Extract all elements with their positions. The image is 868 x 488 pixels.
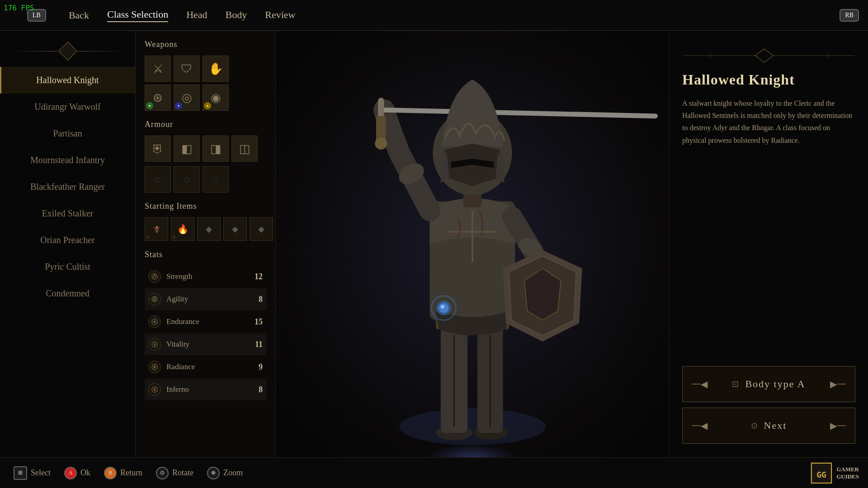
tab-body[interactable]: Body bbox=[226, 9, 247, 22]
vitality-value: 11 bbox=[255, 340, 263, 349]
gamer-guides-icon: GG bbox=[810, 462, 833, 484]
bottom-bar: ⊞ Select A Ok B Return ⊙ Rotate ⊕ Zoom G… bbox=[0, 457, 868, 488]
gloves-icon: ◨ bbox=[210, 142, 222, 156]
weapon-slot-2[interactable]: 🛡 bbox=[174, 56, 200, 82]
item3-icon: ◆ bbox=[206, 224, 212, 234]
class-item-udirangr-warwolf[interactable]: Udirangr Warwolf bbox=[0, 94, 135, 120]
class-item-pyric-cultist[interactable]: Pyric Cultist bbox=[0, 253, 135, 280]
weapon-slot-4[interactable]: ⊛ ● bbox=[145, 84, 171, 111]
rotate-button-icon: ⊙ bbox=[156, 467, 169, 479]
starting-item-1[interactable]: 🗡 3 bbox=[145, 217, 168, 241]
stat-row-strength: Strength 12 bbox=[145, 266, 266, 287]
badge-green: ● bbox=[146, 102, 153, 109]
weapon-slot-3[interactable]: ✋ bbox=[203, 56, 229, 82]
next-arrow-left: ◀ bbox=[701, 420, 708, 431]
weapon-slot-5[interactable]: ◎ ● bbox=[174, 84, 200, 111]
weapon-slot-6[interactable]: ◉ ● bbox=[203, 84, 229, 111]
body-type-arrow-left: ◀ bbox=[701, 379, 708, 389]
starting-item-2[interactable]: 🔥 3 bbox=[171, 217, 194, 241]
agility-icon bbox=[148, 293, 161, 305]
starting-items-section-title: Starting Items bbox=[145, 202, 266, 211]
tab-head[interactable]: Head bbox=[186, 9, 207, 22]
equipment-stats-panel: Weapons ⚔ 🛡 ✋ ⊛ ● ◎ ● ◉ ● Armour bbox=[136, 31, 276, 457]
radiance-icon bbox=[148, 361, 161, 373]
body-type-button[interactable]: ◀ ⊡ Body type A ▶ bbox=[682, 366, 855, 402]
agility-label: Agility bbox=[166, 295, 259, 304]
armour-slot-7[interactable]: ○ bbox=[203, 166, 229, 192]
class-item-partisan[interactable]: Partisan bbox=[0, 120, 135, 147]
tab-review[interactable]: Review bbox=[265, 9, 295, 22]
dagger-icon: 🗡 bbox=[152, 224, 161, 235]
class-info-panel: Hallowed Knight A stalwart knight whose … bbox=[669, 31, 868, 457]
next-button[interactable]: ◀ ⊙ Next ▶ bbox=[682, 408, 855, 444]
strength-label: Strength bbox=[166, 272, 255, 281]
empty-icon-3: ○ bbox=[212, 173, 219, 186]
item-icon-2: ◎ bbox=[182, 91, 192, 105]
class-item-exiled-stalker[interactable]: Exiled Stalker bbox=[0, 200, 135, 227]
stats-section: Strength 12 Agility 8 Endurance 15 Vital… bbox=[145, 266, 266, 400]
gamer-guides-text: GAMERGUIDES bbox=[836, 466, 859, 480]
ornament-line-right bbox=[78, 51, 127, 52]
svg-line-21 bbox=[384, 110, 655, 116]
fps-counter: 176 FPS bbox=[4, 4, 34, 12]
next-text: Next bbox=[764, 420, 787, 432]
armour-slot-1[interactable]: ⛨ bbox=[145, 136, 171, 162]
zoom-button-icon: ⊕ bbox=[207, 467, 220, 479]
armour-slot-6[interactable]: ○ bbox=[174, 166, 200, 192]
legs-icon: ◫ bbox=[239, 142, 250, 156]
tab-class-selection[interactable]: Class Selection bbox=[107, 9, 168, 22]
chest-icon: ◧ bbox=[181, 142, 193, 156]
next-label: ⊙ Next bbox=[751, 420, 787, 432]
endurance-icon bbox=[148, 315, 161, 328]
starting-item-3[interactable]: ◆ bbox=[197, 217, 221, 241]
svg-marker-32 bbox=[755, 49, 774, 62]
item5-icon: ◆ bbox=[258, 224, 264, 234]
class-list-panel: Hallowed Knight Udirangr Warwolf Partisa… bbox=[0, 31, 136, 457]
item-count-1: 3 bbox=[146, 235, 149, 239]
armour-slot-3[interactable]: ◨ bbox=[203, 136, 229, 162]
class-item-mournstead-infantry[interactable]: Mournstead Infantry bbox=[0, 147, 135, 174]
empty-icon-2: ○ bbox=[183, 173, 190, 186]
rotate-label: Rotate bbox=[172, 468, 193, 478]
item-count-2: 3 bbox=[173, 235, 175, 239]
armour-grid-2: ○ ○ ○ bbox=[145, 166, 266, 192]
top-nav: 176 FPS LB Back Class Selection Head Bod… bbox=[0, 0, 868, 31]
class-item-orian-preacher[interactable]: Orian Preacher bbox=[0, 227, 135, 253]
armour-slot-2[interactable]: ◧ bbox=[174, 136, 200, 162]
shield-icon: 🛡 bbox=[181, 62, 193, 76]
endurance-value: 15 bbox=[255, 317, 263, 327]
endurance-label: Endurance bbox=[166, 317, 255, 326]
starting-item-4[interactable]: ◆ bbox=[223, 217, 247, 241]
badge-blue: ● bbox=[175, 102, 182, 109]
armour-slot-5[interactable]: ○ bbox=[145, 166, 171, 192]
rb-button[interactable]: RB bbox=[840, 9, 859, 22]
svg-point-29 bbox=[441, 305, 444, 309]
selected-class-description: A stalwart knight whose loyalty to the C… bbox=[682, 97, 855, 146]
next-arrow-right: ▶ bbox=[830, 420, 837, 431]
class-item-hallowed-knight[interactable]: Hallowed Knight bbox=[0, 67, 135, 94]
character-preview bbox=[276, 31, 669, 457]
svg-text:GG: GG bbox=[816, 470, 826, 479]
stat-row-agility: Agility 8 bbox=[145, 288, 266, 310]
class-item-blackfeather-ranger[interactable]: Blackfeather Ranger bbox=[0, 174, 135, 200]
armour-slot-4[interactable]: ◫ bbox=[231, 136, 258, 162]
starting-item-5[interactable]: ◆ bbox=[250, 217, 273, 241]
weapons-grid: ⚔ 🛡 ✋ ⊛ ● ◎ ● ◉ ● bbox=[145, 56, 266, 111]
stat-row-vitality: Vitality 11 bbox=[145, 333, 266, 355]
stat-row-inferno: Inferno 8 bbox=[145, 379, 266, 400]
armour-section-title: Armour bbox=[145, 120, 266, 129]
ornament-diamond bbox=[58, 42, 77, 61]
inferno-icon bbox=[148, 383, 161, 396]
back-button[interactable]: Back bbox=[69, 9, 89, 21]
vitality-label: Vitality bbox=[166, 340, 255, 349]
starting-items-grid: 🗡 3 🔥 3 ◆ ◆ ◆ bbox=[145, 217, 266, 241]
selected-class-title: Hallowed Knight bbox=[682, 71, 855, 88]
strength-value: 12 bbox=[255, 272, 263, 282]
action-zoom: ⊕ Zoom bbox=[207, 467, 243, 479]
class-item-condemned[interactable]: Condemned bbox=[0, 280, 135, 307]
weapon-slot-1[interactable]: ⚔ bbox=[145, 56, 171, 82]
item-icon-3: ◉ bbox=[211, 91, 221, 105]
action-return: B Return bbox=[104, 467, 142, 479]
stat-row-radiance: Radiance 9 bbox=[145, 356, 266, 378]
radiance-label: Radiance bbox=[166, 362, 259, 371]
